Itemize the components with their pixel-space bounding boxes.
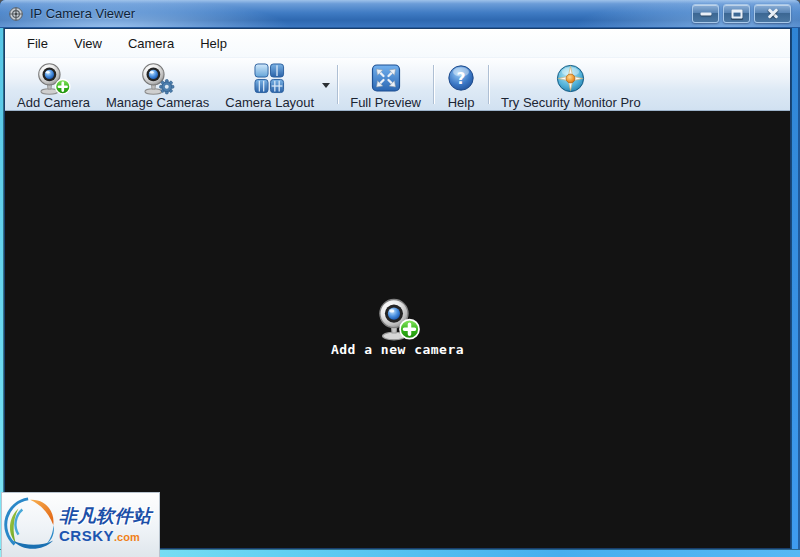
webcam-add-icon (36, 61, 71, 95)
toolbar-label-help: Help (448, 95, 475, 110)
maximize-button[interactable] (723, 4, 750, 23)
close-button[interactable] (754, 4, 791, 23)
window-controls (692, 4, 791, 23)
webcam-gear-icon (140, 61, 175, 95)
expand-arrows-icon (370, 61, 402, 95)
camera-viewer-area: Add a new camera (5, 111, 790, 548)
full-preview-button[interactable]: Full Preview (342, 60, 429, 110)
toolbar-separator (433, 65, 434, 104)
manage-cameras-button[interactable]: Manage Cameras (98, 60, 217, 110)
grid-layout-icon (254, 61, 285, 95)
crsky-logo-icon (3, 496, 61, 554)
app-crosshair-icon (8, 6, 24, 22)
toolbar-label-camera-layout: Camera Layout (225, 95, 314, 110)
crsky-watermark: 非凡软件站 CRSKY.com (2, 493, 159, 557)
site-domain: CRSKY.com (59, 528, 152, 544)
site-brand: CRSKY (59, 527, 114, 544)
empty-state-label: Add a new camera (331, 342, 464, 357)
site-tld: .com (114, 531, 140, 543)
titlebar[interactable]: IP Camera Viewer (0, 0, 800, 28)
toolbar-label-add-camera: Add Camera (17, 95, 90, 110)
chevron-down-icon (322, 83, 330, 88)
toolbar-label-security-monitor: Try Security Monitor Pro (501, 95, 641, 110)
help-glyph: ? (457, 70, 466, 88)
toolbar-separator (337, 65, 338, 104)
menu-item-view[interactable]: View (61, 31, 115, 56)
site-name: 非凡软件站 (59, 507, 152, 525)
add-new-camera-action[interactable]: Add a new camera (5, 297, 790, 357)
window-border-right (791, 28, 800, 557)
question-icon: ? (446, 61, 476, 95)
maximize-icon (731, 9, 742, 18)
client-area: File View Camera Help (4, 28, 791, 549)
minimize-icon (700, 12, 711, 15)
watermark-text: 非凡软件站 CRSKY.com (59, 507, 152, 544)
toolbar-separator (488, 65, 489, 104)
minimize-button[interactable] (692, 4, 719, 23)
toolbar: Add Camera (5, 57, 790, 111)
help-button[interactable]: ? Help (438, 60, 484, 110)
try-security-monitor-pro-button[interactable]: Try Security Monitor Pro (493, 60, 649, 110)
window-title: IP Camera Viewer (30, 6, 135, 21)
add-camera-button[interactable]: Add Camera (9, 60, 98, 110)
security-monitor-icon (555, 61, 586, 95)
camera-layout-dropdown-button[interactable] (322, 83, 333, 88)
app-window: IP Camera Viewer File View Camera Help (0, 0, 800, 557)
webcam-add-icon-large (375, 297, 421, 341)
toolbar-label-manage-cameras: Manage Cameras (106, 95, 209, 110)
menubar: File View Camera Help (5, 29, 790, 57)
menu-item-file[interactable]: File (14, 31, 61, 56)
toolbar-label-full-preview: Full Preview (350, 95, 421, 110)
menu-item-help[interactable]: Help (187, 31, 240, 56)
menu-item-camera[interactable]: Camera (115, 31, 187, 56)
camera-layout-button[interactable]: Camera Layout (217, 60, 322, 110)
